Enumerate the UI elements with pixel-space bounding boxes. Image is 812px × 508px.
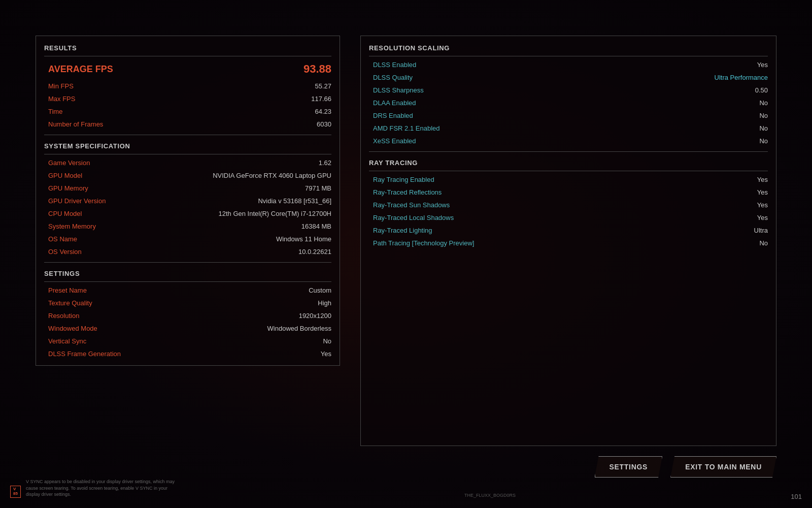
table-row: AMD FSR 2.1 EnabledNo — [369, 122, 768, 135]
table-row: Resolution1920x1200 — [44, 309, 331, 322]
table-row: XeSS EnabledNo — [369, 135, 768, 147]
table-row: OS NameWindows 11 Home — [44, 233, 331, 245]
results-section-header: Results — [44, 41, 331, 56]
table-row: DLSS Sharpness0.50 — [369, 84, 768, 97]
table-row: System Memory16384 MB — [44, 220, 331, 233]
table-row: DLSS Frame GenerationYes — [44, 347, 331, 360]
table-row: Ray-Traced LightingUltra — [369, 224, 768, 237]
table-row: Path Tracing [Technology Preview]No — [369, 237, 768, 249]
table-row: DLSS EnabledYes — [369, 58, 768, 71]
table-row: GPU Driver VersionNvidia v 53168 [r531_6… — [44, 195, 331, 207]
settings-rows: Preset NameCustomTexture QualityHighReso… — [44, 284, 331, 360]
center-text: THE_FLUXX_BOGD0RS — [464, 493, 516, 498]
table-row: Game Version1.62 — [44, 156, 331, 169]
table-row: Vertical SyncNo — [44, 335, 331, 347]
table-row: DRS EnabledNo — [369, 109, 768, 122]
table-row: GPU Memory7971 MB — [44, 182, 331, 195]
table-row: DLAA EnabledNo — [369, 97, 768, 109]
avg-fps-value: 93.88 — [303, 62, 331, 76]
system-section-header: System Specification — [44, 139, 331, 154]
table-row: Ray-Traced ReflectionsYes — [369, 186, 768, 199]
system-rows: Game Version1.62GPU ModelNVIDIA GeForce … — [44, 156, 331, 258]
raytracing-section-header: Ray Tracing — [369, 156, 768, 171]
settings-button[interactable]: Settings — [595, 456, 663, 478]
raytracing-rows: Ray Tracing EnabledYesRay-Traced Reflect… — [369, 173, 768, 249]
table-row: Preset NameCustom — [44, 284, 331, 297]
table-row: GPU ModelNVIDIA GeForce RTX 4060 Laptop … — [44, 169, 331, 182]
results-rows: Min FPS55.27Max FPS117.66Time64.23Number… — [44, 80, 331, 131]
table-row: Ray-Traced Local ShadowsYes — [369, 211, 768, 224]
buttons-area: Settings Exit to Main Menu — [360, 446, 776, 478]
table-row: Time64.23 — [44, 105, 331, 118]
table-row: Ray Tracing EnabledYes — [369, 173, 768, 186]
table-row: DLSS QualityUltra Performance — [369, 71, 768, 84]
resolution-section-header: Resolution Scaling — [369, 41, 768, 56]
table-row: CPU Model12th Gen Intel(R) Core(TM) i7-1… — [44, 207, 331, 220]
disclaimer-text: V SYNC appears to be disabled in your di… — [26, 479, 178, 498]
exit-to-main-menu-button[interactable]: Exit to Main Menu — [670, 456, 776, 478]
table-row: Number of Frames6030 — [44, 118, 331, 131]
table-row: OS Version10.0.22621 — [44, 245, 331, 258]
avg-fps-row: Average FPS 93.88 — [44, 58, 331, 80]
avg-fps-label: Average FPS — [48, 64, 113, 75]
table-row: Max FPS117.66 — [44, 92, 331, 105]
fps-badge: V85 — [10, 486, 21, 498]
resolution-rows: DLSS EnabledYesDLSS QualityUltra Perform… — [369, 58, 768, 147]
table-row: Min FPS55.27 — [44, 80, 331, 92]
table-row: Texture QualityHigh — [44, 297, 331, 309]
settings-section-header: Settings — [44, 267, 331, 282]
bottom-bar: V85 V SYNC appears to be disabled in you… — [0, 479, 812, 498]
table-row: Ray-Traced Sun ShadowsYes — [369, 199, 768, 211]
table-row: Windowed ModeWindowed Borderless — [44, 322, 331, 335]
